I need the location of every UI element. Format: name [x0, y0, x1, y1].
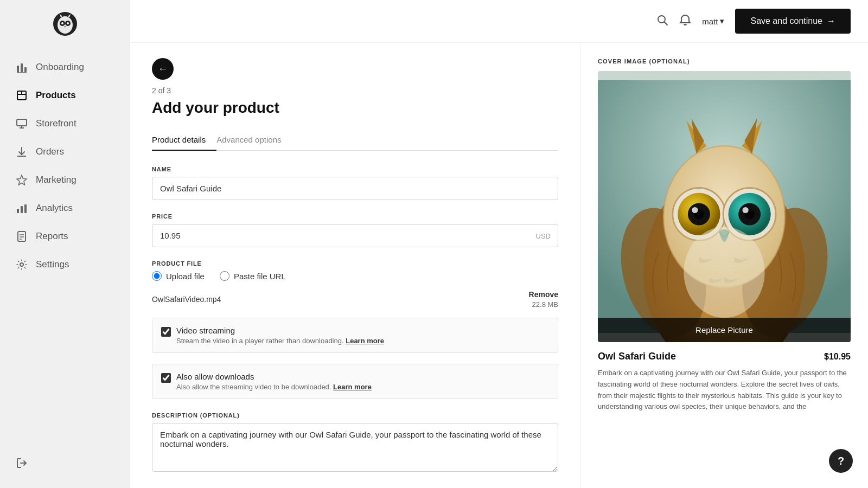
sidebar: Onboarding Products Storefront [0, 0, 130, 488]
save-continue-button[interactable]: Save and continue → [735, 9, 851, 34]
arrow-right-icon: → [827, 16, 835, 26]
svg-line-30 [665, 22, 668, 25]
upload-file-radio[interactable] [152, 271, 162, 281]
allow-downloads-learn-more[interactable]: Learn more [333, 383, 372, 391]
search-icon[interactable] [656, 14, 668, 29]
paste-url-label: Paste file URL [234, 272, 286, 281]
sidebar-item-analytics-label: Analytics [36, 203, 73, 214]
price-field-group: PRICE USD [152, 213, 558, 247]
file-name: OwlSafariVideo.mp4 [152, 295, 221, 304]
app-logo [52, 11, 78, 37]
help-button[interactable]: ? [829, 449, 853, 473]
svg-rect-10 [21, 63, 23, 72]
svg-rect-16 [17, 119, 27, 126]
price-input[interactable] [152, 224, 558, 247]
file-meta: Remove 22.8 MB [529, 290, 558, 309]
svg-marker-20 [17, 175, 27, 185]
allow-downloads-content: Also allow downloads Also allow the stre… [176, 372, 372, 391]
name-field-group: NAME [152, 166, 558, 200]
product-file-label: PRODUCT FILE [152, 260, 558, 267]
file-options: Upload file Paste file URL [152, 271, 558, 281]
bell-icon[interactable] [679, 14, 691, 29]
tab-advanced-options[interactable]: Advanced options [216, 130, 292, 151]
bar-chart-icon [15, 202, 28, 215]
step-indicator: 2 of 3 [152, 86, 558, 95]
form-panel: ← 2 of 3 Add your product Product detail… [130, 43, 580, 488]
video-streaming-learn-more[interactable]: Learn more [346, 337, 384, 345]
chevron-down-icon: ▾ [720, 16, 724, 26]
allow-downloads-group: Also allow downloads Also allow the stre… [152, 364, 558, 399]
allow-downloads-item: Also allow downloads Also allow the stre… [161, 372, 549, 391]
preview-product-price: $10.95 [824, 352, 851, 362]
sidebar-item-logout[interactable] [0, 449, 130, 477]
sidebar-item-reports-label: Reports [36, 231, 68, 242]
video-streaming-content: Video streaming Stream the video in a pl… [176, 326, 384, 345]
page-title: Add your product [152, 99, 558, 117]
remove-file-button[interactable]: Remove [529, 290, 558, 299]
paste-url-option[interactable]: Paste file URL [220, 271, 286, 281]
video-streaming-item: Video streaming Stream the video in a pl… [161, 326, 549, 345]
box-icon [15, 89, 28, 102]
sidebar-item-settings[interactable]: Settings [0, 251, 130, 279]
name-label: NAME [152, 166, 558, 172]
gear-icon [15, 258, 28, 271]
description-field-group: DESCRIPTION (OPTIONAL) Embark on a capti… [152, 412, 558, 474]
sidebar-item-orders-label: Orders [36, 146, 64, 157]
video-streaming-checkbox[interactable] [161, 327, 171, 337]
price-label: PRICE [152, 213, 558, 220]
currency-label: USD [536, 232, 551, 240]
preview-panel: COVER IMAGE (OPTIONAL) [580, 43, 868, 488]
cover-image-label: COVER IMAGE (OPTIONAL) [598, 58, 851, 65]
sidebar-item-storefront-label: Storefront [36, 118, 76, 129]
logout-icon [15, 457, 28, 470]
cover-image-wrapper: Replace Picture [598, 71, 851, 342]
sidebar-item-marketing-label: Marketing [36, 175, 76, 185]
user-label: matt [702, 17, 718, 26]
doc-icon [15, 230, 28, 243]
svg-rect-11 [24, 67, 27, 72]
svg-rect-22 [21, 206, 23, 213]
svg-point-52 [684, 227, 764, 318]
file-info: OwlSafariVideo.mp4 Remove 22.8 MB [152, 290, 558, 309]
sidebar-item-orders[interactable]: Orders [0, 138, 130, 166]
description-textarea[interactable]: Embark on a captivating journey with our… [152, 423, 558, 472]
sidebar-item-products[interactable]: Products [0, 81, 130, 110]
sidebar-item-storefront[interactable]: Storefront [0, 110, 130, 138]
svg-rect-24 [18, 232, 25, 241]
tabs: Product details Advanced options [152, 130, 558, 151]
paste-url-radio[interactable] [220, 271, 229, 281]
video-streaming-label: Video streaming [176, 326, 384, 335]
sidebar-item-products-label: Products [36, 90, 76, 101]
sidebar-item-marketing[interactable]: Marketing [0, 166, 130, 194]
allow-downloads-desc: Also allow the streaming video to be dow… [176, 383, 372, 391]
chart-icon [15, 61, 28, 74]
file-size: 22.8 MB [532, 300, 558, 309]
sidebar-item-reports[interactable]: Reports [0, 222, 130, 251]
replace-picture-button[interactable]: Replace Picture [598, 318, 851, 342]
sidebar-nav: Onboarding Products Storefront [0, 53, 130, 279]
user-menu[interactable]: matt ▾ [702, 16, 724, 26]
sidebar-item-onboarding-label: Onboarding [36, 62, 84, 73]
tab-product-details[interactable]: Product details [152, 130, 216, 151]
svg-rect-9 [17, 66, 19, 72]
content-area: ← 2 of 3 Add your product Product detail… [130, 43, 868, 488]
monitor-icon [15, 117, 28, 130]
sidebar-item-onboarding[interactable]: Onboarding [0, 53, 130, 81]
video-streaming-desc: Stream the video in a player rather than… [176, 337, 384, 345]
sidebar-item-settings-label: Settings [36, 259, 69, 270]
svg-point-28 [20, 263, 23, 266]
name-input[interactable] [152, 177, 558, 200]
upload-file-option[interactable]: Upload file [152, 271, 205, 281]
preview-product-description: Embark on a captivating journey with our… [598, 368, 851, 413]
allow-downloads-checkbox[interactable] [161, 373, 171, 383]
cover-image-owl [598, 71, 851, 342]
back-button[interactable]: ← [152, 58, 174, 80]
product-file-group: PRODUCT FILE Upload file Paste file URL … [152, 260, 558, 399]
preview-product-name: Owl Safari Guide [598, 351, 676, 362]
allow-downloads-label: Also allow downloads [176, 372, 372, 381]
svg-point-1 [58, 16, 73, 34]
download-icon [15, 145, 28, 158]
sidebar-item-analytics[interactable]: Analytics [0, 194, 130, 222]
header: matt ▾ Save and continue → [130, 0, 868, 43]
svg-point-4 [61, 22, 63, 24]
